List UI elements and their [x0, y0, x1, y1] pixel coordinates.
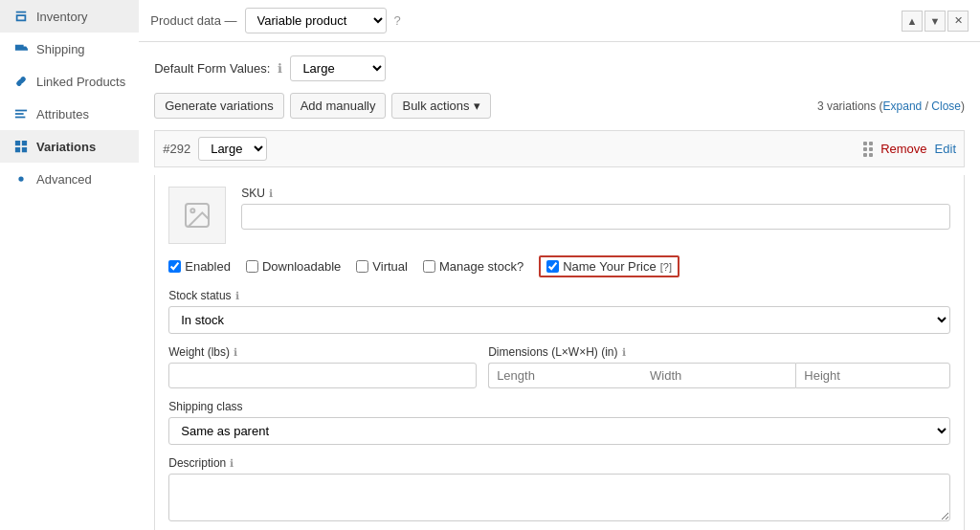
main-content: Product data — Variable product ? ▲ ▼ ✕ … [139, 0, 980, 530]
variation-id: #292 [163, 142, 190, 156]
svg-point-3 [18, 176, 23, 181]
downloadable-label: Downloadable [262, 259, 341, 274]
grid-handle-icon [863, 142, 873, 157]
content-area: Default Form Values: ℹ Large Generate va… [139, 42, 980, 530]
default-form-values-select[interactable]: Large [290, 55, 386, 81]
variations-icon [13, 139, 29, 154]
sidebar-item-linked-products[interactable]: Linked Products [0, 65, 139, 98]
sidebar-item-label: Shipping [36, 42, 85, 56]
expand-link[interactable]: Expand [883, 99, 923, 113]
svg-rect-2 [15, 117, 26, 119]
sidebar-item-label: Attributes [36, 107, 89, 121]
sku-field: SKU ℹ [241, 187, 950, 230]
top-bar: Product data — Variable product ? ▲ ▼ ✕ [139, 0, 980, 42]
weight-label: Weight (lbs) [168, 345, 230, 359]
weight-dimensions-row: Weight (lbs) ℹ Dimensions (L×W×H) (in) ℹ [168, 345, 950, 388]
image-sku-row: SKU ℹ [168, 187, 950, 244]
dimensions-label: Dimensions (L×W×H) (in) [488, 345, 617, 359]
manage-stock-checkbox[interactable] [423, 260, 435, 273]
bulk-actions-label: Bulk actions [402, 99, 469, 113]
variation-size-select[interactable]: Large [198, 137, 267, 161]
variations-count: 3 variations (Expand / Close) [817, 99, 965, 113]
sidebar-item-advanced[interactable]: Advanced [0, 163, 139, 195]
action-buttons-row: Generate variations Add manually Bulk ac… [154, 93, 965, 119]
dimensions-help-icon[interactable]: ℹ [622, 346, 626, 359]
add-manually-button[interactable]: Add manually [290, 93, 387, 119]
weight-field: Weight (lbs) ℹ [168, 345, 477, 388]
dimensions-inputs [488, 363, 950, 388]
manage-stock-label: Manage stock? [439, 259, 523, 274]
virtual-label: Virtual [372, 259, 408, 274]
downloadable-checkbox[interactable] [246, 260, 258, 273]
downloadable-checkbox-label[interactable]: Downloadable [246, 259, 341, 274]
sidebar-item-label: Inventory [36, 10, 87, 24]
product-type-select[interactable]: Variable product [245, 8, 387, 33]
shipping-class-label: Shipping class [168, 400, 242, 413]
inventory-icon [13, 9, 29, 24]
sidebar-item-inventory[interactable]: Inventory [0, 0, 139, 33]
product-data-title: Product data — [150, 13, 236, 28]
variation-actions: Remove Edit [863, 142, 956, 157]
length-input[interactable] [488, 363, 642, 388]
sku-label: SKU [241, 187, 265, 200]
variation-header: #292 Large Remove Edit [154, 130, 965, 167]
height-input[interactable] [795, 363, 950, 388]
bulk-actions-chevron-icon: ▾ [474, 99, 480, 113]
nav-up-button[interactable]: ▲ [902, 11, 923, 32]
svg-rect-1 [15, 113, 24, 115]
default-form-values-label: Default Form Values: [154, 61, 270, 76]
stock-status-field: Stock status ℹ In stock [168, 289, 950, 334]
manage-stock-checkbox-label[interactable]: Manage stock? [423, 259, 523, 274]
description-textarea[interactable] [168, 474, 950, 521]
sidebar-item-variations[interactable]: Variations [0, 130, 139, 163]
advanced-icon [13, 171, 29, 187]
shipping-icon [13, 41, 29, 56]
sku-input[interactable] [241, 204, 950, 230]
width-input[interactable] [642, 363, 795, 388]
svg-point-5 [191, 209, 195, 212]
name-your-price-suffix: [?] [660, 261, 672, 273]
name-your-price-checkbox-label[interactable]: Name Your Price [?] [539, 255, 679, 277]
default-form-values-row: Default Form Values: ℹ Large [154, 55, 965, 81]
enabled-label: Enabled [185, 259, 231, 274]
variation-body: SKU ℹ Enabled Downloadable [154, 175, 965, 530]
description-field: Description ℹ [168, 456, 950, 524]
attributes-icon [13, 106, 29, 121]
nav-close-button[interactable]: ✕ [947, 11, 969, 32]
shipping-class-field: Shipping class Same as parent [168, 400, 950, 445]
sidebar-item-attributes[interactable]: Attributes [0, 98, 139, 130]
description-label: Description [168, 456, 226, 470]
virtual-checkbox-label[interactable]: Virtual [356, 259, 408, 274]
virtual-checkbox[interactable] [356, 260, 368, 273]
close-link[interactable]: Close [931, 99, 961, 113]
variation-image[interactable] [168, 187, 226, 244]
stock-status-label: Stock status [168, 289, 231, 302]
name-your-price-label: Name Your Price [563, 259, 657, 274]
nav-arrows: ▲ ▼ ✕ [902, 11, 969, 32]
generate-variations-button[interactable]: Generate variations [154, 93, 283, 119]
sidebar-item-label: Linked Products [36, 75, 125, 89]
remove-variation-link[interactable]: Remove [880, 142, 926, 156]
nav-down-button[interactable]: ▼ [924, 11, 946, 32]
enabled-checkbox-label[interactable]: Enabled [168, 259, 231, 274]
linked-icon [13, 74, 29, 89]
weight-input[interactable] [168, 363, 477, 388]
sidebar-item-label: Variations [36, 140, 96, 154]
bulk-actions-button[interactable]: Bulk actions ▾ [391, 93, 490, 119]
sku-help-icon[interactable]: ℹ [269, 188, 273, 200]
enabled-checkbox[interactable] [168, 260, 181, 273]
sidebar-item-shipping[interactable]: Shipping [0, 33, 139, 65]
name-your-price-checkbox[interactable] [546, 260, 559, 273]
sidebar: Inventory Shipping Linked Products Attri… [0, 0, 139, 530]
svg-rect-0 [15, 110, 27, 112]
default-form-values-help-icon[interactable]: ℹ [278, 61, 282, 76]
shipping-class-select[interactable]: Same as parent [168, 417, 950, 445]
dimensions-field: Dimensions (L×W×H) (in) ℹ [488, 345, 950, 388]
edit-variation-link[interactable]: Edit [935, 142, 956, 156]
help-icon[interactable]: ? [394, 13, 401, 28]
stock-status-help-icon[interactable]: ℹ [235, 290, 239, 302]
stock-status-select[interactable]: In stock [168, 306, 950, 334]
description-help-icon[interactable]: ℹ [230, 457, 234, 470]
checkboxes-row: Enabled Downloadable Virtual Manage stoc… [168, 255, 950, 277]
weight-help-icon[interactable]: ℹ [234, 346, 237, 359]
